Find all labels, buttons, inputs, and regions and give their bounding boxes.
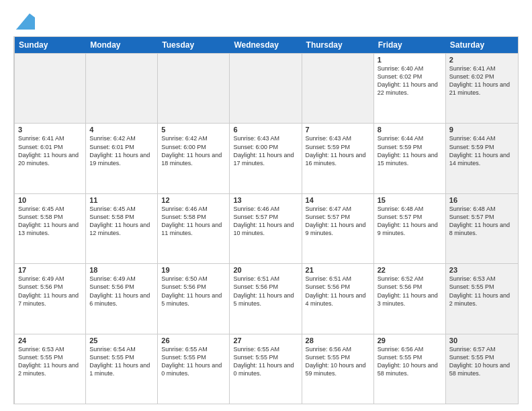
header-day-sunday: Sunday — [14, 37, 86, 53]
day-number: 20 — [233, 266, 298, 274]
cal-cell — [302, 54, 374, 123]
week-row-1: 1Sunrise: 6:40 AM Sunset: 6:02 PM Daylig… — [14, 54, 518, 124]
day-info: Sunrise: 6:50 AM Sunset: 5:56 PM Dayligh… — [161, 275, 222, 306]
cal-cell: 29Sunrise: 6:56 AM Sunset: 5:55 PM Dayli… — [374, 334, 446, 404]
cal-cell: 5Sunrise: 6:42 AM Sunset: 6:00 PM Daylig… — [158, 124, 230, 193]
header-day-saturday: Saturday — [446, 37, 518, 53]
day-info: Sunrise: 6:57 AM Sunset: 5:55 PM Dayligh… — [449, 346, 510, 377]
day-info: Sunrise: 6:46 AM Sunset: 5:58 PM Dayligh… — [161, 205, 222, 236]
cal-cell: 18Sunrise: 6:49 AM Sunset: 5:56 PM Dayli… — [86, 264, 158, 333]
day-number: 11 — [89, 196, 154, 204]
day-info: Sunrise: 6:41 AM Sunset: 6:01 PM Dayligh… — [18, 135, 79, 166]
cal-cell: 11Sunrise: 6:45 AM Sunset: 5:58 PM Dayli… — [86, 194, 158, 263]
cal-cell — [14, 54, 86, 123]
day-info: Sunrise: 6:43 AM Sunset: 5:59 PM Dayligh… — [306, 135, 366, 166]
day-info: Sunrise: 6:48 AM Sunset: 5:57 PM Dayligh… — [449, 205, 510, 236]
cal-cell: 21Sunrise: 6:51 AM Sunset: 5:56 PM Dayli… — [302, 264, 374, 333]
day-info: Sunrise: 6:42 AM Sunset: 6:01 PM Dayligh… — [89, 135, 150, 166]
day-info: Sunrise: 6:45 AM Sunset: 5:58 PM Dayligh… — [89, 205, 150, 236]
day-number: 29 — [378, 336, 442, 345]
cal-cell: 3Sunrise: 6:41 AM Sunset: 6:01 PM Daylig… — [14, 124, 86, 193]
cal-cell: 15Sunrise: 6:48 AM Sunset: 5:57 PM Dayli… — [374, 194, 446, 263]
day-number: 8 — [378, 126, 442, 134]
day-info: Sunrise: 6:53 AM Sunset: 5:55 PM Dayligh… — [18, 346, 79, 377]
cal-cell: 20Sunrise: 6:51 AM Sunset: 5:56 PM Dayli… — [230, 264, 302, 333]
day-info: Sunrise: 6:48 AM Sunset: 5:57 PM Dayligh… — [378, 205, 438, 236]
cal-cell: 4Sunrise: 6:42 AM Sunset: 6:01 PM Daylig… — [86, 124, 158, 193]
day-number: 30 — [449, 336, 515, 345]
day-info: Sunrise: 6:44 AM Sunset: 5:59 PM Dayligh… — [449, 135, 510, 166]
day-number: 7 — [306, 126, 370, 134]
cal-cell: 19Sunrise: 6:50 AM Sunset: 5:56 PM Dayli… — [158, 264, 230, 333]
day-info: Sunrise: 6:41 AM Sunset: 6:02 PM Dayligh… — [449, 65, 510, 96]
cal-cell: 26Sunrise: 6:55 AM Sunset: 5:55 PM Dayli… — [158, 334, 230, 404]
day-info: Sunrise: 6:56 AM Sunset: 5:55 PM Dayligh… — [378, 346, 438, 377]
day-number: 24 — [18, 336, 82, 345]
day-info: Sunrise: 6:51 AM Sunset: 5:56 PM Dayligh… — [233, 275, 294, 306]
cal-cell: 10Sunrise: 6:45 AM Sunset: 5:58 PM Dayli… — [14, 194, 86, 263]
day-info: Sunrise: 6:54 AM Sunset: 5:55 PM Dayligh… — [89, 346, 150, 377]
day-number: 14 — [306, 196, 370, 204]
day-info: Sunrise: 6:52 AM Sunset: 5:56 PM Dayligh… — [378, 275, 438, 306]
day-number: 25 — [89, 336, 154, 345]
day-number: 22 — [378, 266, 442, 274]
cal-cell: 28Sunrise: 6:56 AM Sunset: 5:55 PM Dayli… — [302, 334, 374, 404]
logo-icon — [16, 11, 35, 30]
cal-cell: 2Sunrise: 6:41 AM Sunset: 6:02 PM Daylig… — [446, 54, 518, 123]
cal-cell — [230, 54, 302, 123]
calendar-header: SundayMondayTuesdayWednesdayThursdayFrid… — [13, 36, 519, 53]
cal-cell: 13Sunrise: 6:46 AM Sunset: 5:57 PM Dayli… — [230, 194, 302, 263]
day-info: Sunrise: 6:43 AM Sunset: 6:00 PM Dayligh… — [233, 135, 294, 166]
day-number: 26 — [161, 336, 226, 345]
cal-cell — [158, 54, 230, 123]
day-number: 2 — [449, 56, 515, 64]
day-number: 28 — [306, 336, 370, 345]
day-info: Sunrise: 6:55 AM Sunset: 5:55 PM Dayligh… — [161, 346, 222, 377]
day-number: 3 — [18, 126, 82, 134]
day-number: 17 — [18, 266, 82, 274]
cal-cell: 24Sunrise: 6:53 AM Sunset: 5:55 PM Dayli… — [14, 334, 86, 404]
cal-cell: 23Sunrise: 6:53 AM Sunset: 5:55 PM Dayli… — [446, 264, 518, 333]
day-number: 23 — [449, 266, 515, 274]
cal-cell: 22Sunrise: 6:52 AM Sunset: 5:56 PM Dayli… — [374, 264, 446, 333]
day-info: Sunrise: 6:44 AM Sunset: 5:59 PM Dayligh… — [378, 135, 438, 166]
cal-cell — [86, 54, 158, 123]
day-number: 1 — [378, 56, 442, 64]
day-number: 13 — [233, 196, 298, 204]
cal-cell: 12Sunrise: 6:46 AM Sunset: 5:58 PM Dayli… — [158, 194, 230, 263]
day-info: Sunrise: 6:56 AM Sunset: 5:55 PM Dayligh… — [306, 346, 366, 377]
day-info: Sunrise: 6:46 AM Sunset: 5:57 PM Dayligh… — [233, 205, 294, 236]
day-info: Sunrise: 6:55 AM Sunset: 5:55 PM Dayligh… — [233, 346, 294, 377]
day-info: Sunrise: 6:51 AM Sunset: 5:56 PM Dayligh… — [306, 275, 366, 306]
header-day-monday: Monday — [86, 37, 158, 53]
day-number: 16 — [449, 196, 515, 204]
day-info: Sunrise: 6:42 AM Sunset: 6:00 PM Dayligh… — [161, 135, 222, 166]
day-number: 12 — [161, 196, 226, 204]
day-number: 10 — [18, 196, 82, 204]
cal-cell: 16Sunrise: 6:48 AM Sunset: 5:57 PM Dayli… — [446, 194, 518, 263]
day-number: 21 — [306, 266, 370, 274]
cal-cell: 1Sunrise: 6:40 AM Sunset: 6:02 PM Daylig… — [374, 54, 446, 123]
day-number: 9 — [449, 126, 515, 134]
day-number: 5 — [161, 126, 226, 134]
cal-cell: 27Sunrise: 6:55 AM Sunset: 5:55 PM Dayli… — [230, 334, 302, 404]
cal-cell: 25Sunrise: 6:54 AM Sunset: 5:55 PM Dayli… — [86, 334, 158, 404]
header-day-thursday: Thursday — [302, 37, 374, 53]
cal-cell: 8Sunrise: 6:44 AM Sunset: 5:59 PM Daylig… — [374, 124, 446, 193]
day-number: 19 — [161, 266, 226, 274]
day-info: Sunrise: 6:49 AM Sunset: 5:56 PM Dayligh… — [89, 275, 150, 306]
page: SundayMondayTuesdayWednesdayThursdayFrid… — [0, 0, 532, 411]
cal-cell: 30Sunrise: 6:57 AM Sunset: 5:55 PM Dayli… — [446, 334, 518, 404]
header — [13, 11, 519, 30]
day-info: Sunrise: 6:45 AM Sunset: 5:58 PM Dayligh… — [18, 205, 79, 236]
day-info: Sunrise: 6:47 AM Sunset: 5:57 PM Dayligh… — [306, 205, 366, 236]
header-day-friday: Friday — [374, 37, 446, 53]
header-day-wednesday: Wednesday — [230, 37, 302, 53]
week-row-5: 24Sunrise: 6:53 AM Sunset: 5:55 PM Dayli… — [14, 334, 518, 404]
calendar: SundayMondayTuesdayWednesdayThursdayFrid… — [13, 36, 519, 404]
calendar-body: 1Sunrise: 6:40 AM Sunset: 6:02 PM Daylig… — [13, 53, 519, 404]
cal-cell: 9Sunrise: 6:44 AM Sunset: 5:59 PM Daylig… — [446, 124, 518, 193]
day-info: Sunrise: 6:49 AM Sunset: 5:56 PM Dayligh… — [18, 275, 79, 306]
header-day-tuesday: Tuesday — [158, 37, 230, 53]
week-row-4: 17Sunrise: 6:49 AM Sunset: 5:56 PM Dayli… — [14, 264, 518, 334]
